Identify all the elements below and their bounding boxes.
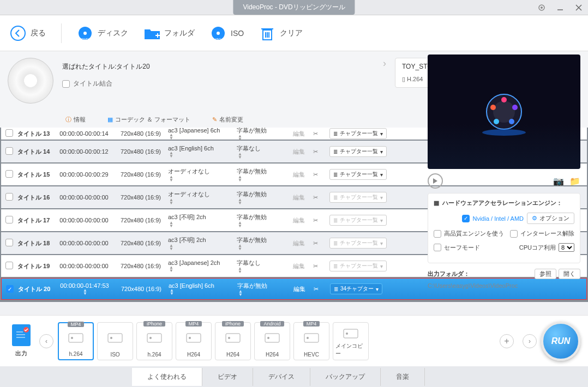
browse-button[interactable]: 参照 [535,269,556,279]
open-folder-icon[interactable]: 📁 [569,176,580,186]
iso-button[interactable]: ISO ISO [210,25,244,41]
svg-rect-42 [265,334,279,342]
open-button[interactable]: 開く [559,269,580,279]
scissors-icon[interactable]: ✂ [313,148,326,155]
chapter-button[interactable]: ≣ チャプター一覧 ▾ [329,146,387,157]
safemode-checkbox[interactable]: セーフモード [434,244,480,252]
title-checkbox[interactable] [5,239,13,246]
edit-button[interactable]: 編集 [288,130,310,138]
iso-icon: ISO [210,25,226,41]
title-checkbox[interactable] [5,193,13,201]
scissors-icon[interactable]: ✂ [313,130,326,137]
tab-popular[interactable]: よく使われる [132,368,202,386]
cpu-cores-select[interactable]: 8 [559,243,574,252]
title-checkbox[interactable] [5,262,13,269]
title-checkbox[interactable] [6,285,14,293]
scissors-icon[interactable]: ✂ [314,286,327,293]
audio-select[interactable]: ac3 [Japanese] 6ch ▲▼ [168,128,233,140]
tab-codec[interactable]: ▦ コーデック ＆ フォーマット [107,116,190,124]
preset-H264[interactable]: iPhoneH264 [215,322,251,360]
audio-select[interactable]: ac3 [不明] 2ch ▲▼ [168,213,233,228]
settings-icon[interactable] [532,0,551,15]
title-checkbox[interactable] [5,170,13,178]
edit-button[interactable]: 編集 [288,216,310,225]
run-button[interactable]: RUN [541,322,580,361]
play-button[interactable] [428,173,443,189]
hq-engine-checkbox[interactable]: 高品質エンジンを使う [434,229,504,238]
edit-button[interactable]: 編集 [288,171,310,179]
scissors-icon[interactable]: ✂ [313,263,326,270]
preset-H264[interactable]: MP4H264 [176,322,212,360]
chapter-button[interactable]: ≣ チャプター一覧 ▾ [329,128,387,139]
chapter-button[interactable]: ≣ 34チャプター ▾ [330,283,382,294]
audio-select[interactable]: ac3 [Japanese] 2ch ▲▼ [168,259,233,273]
subtitle-select[interactable]: 字幕が無効 ▲▼ [237,213,285,228]
preset-ISO[interactable]: ISO [97,322,133,360]
close-button[interactable] [569,0,588,15]
scissors-icon[interactable]: ✂ [313,240,326,247]
tab-device[interactable]: デバイス [253,368,310,386]
titlebar: VideoProc - DVDリッピングツール [0,0,588,15]
minimize-button[interactable] [551,0,569,15]
disc-button[interactable]: DVD ディスク [77,25,128,41]
tab-backup[interactable]: バックアップ [310,368,381,386]
title-resolution: 720x480 (16:9) [117,240,165,246]
snapshot-icon[interactable]: 📷 [553,176,564,186]
title-checkbox[interactable] [5,129,13,137]
svg-rect-36 [147,334,161,342]
deinterlace-checkbox[interactable]: インターレース解除 [510,229,574,238]
edit-button[interactable]: 編集 [288,194,310,202]
edit-button[interactable]: 編集 [288,239,310,247]
tab-music[interactable]: 音楽 [381,368,425,386]
preset-next-button[interactable]: › [523,334,537,348]
title-checkbox[interactable] [5,216,13,223]
scissors-icon[interactable]: ✂ [313,217,326,224]
hardware-accel-panel: ▦ハードウェアアクセラレーションエンジン： Nvidia / Intel / A… [428,193,580,263]
subtitle-select[interactable]: 字幕が無効 ▲▼ [237,190,285,205]
merge-titles-checkbox[interactable]: タイトル結合 [62,79,374,88]
audio-select[interactable]: オーディオなし ▲▼ [168,167,233,182]
edit-button[interactable]: 編集 [289,285,310,293]
title-name: タイトル 13 [17,130,51,138]
svg-point-25 [490,105,496,110]
hw-options-button[interactable]: ⚙オプション [527,213,574,224]
preset-HEVC[interactable]: MP4HEVC [293,322,329,360]
clear-button[interactable]: クリア [259,25,303,41]
subtitle-select[interactable]: 字幕が無効 ▲▼ [237,128,285,141]
folder-button[interactable]: フォルダ [143,25,195,41]
audio-select[interactable]: ac3 [English] 6ch ▲▼ [169,282,234,295]
tab-rename[interactable]: ✎ 名前変更 [212,116,243,124]
main-toolbar: 戻る DVD ディスク フォルダ ISO ISO クリア [0,15,588,51]
codec-label: ▯ H.264 [402,76,423,83]
title-name: タイトル 17 [17,216,51,225]
svg-point-1 [541,7,543,9]
preset-h.264[interactable]: MP4h.264 [58,322,94,360]
add-preset-button[interactable]: + [500,334,514,348]
subtitle-select[interactable]: 字幕なし ▲▼ [237,144,285,159]
edit-button[interactable]: 編集 [288,262,310,270]
subtitle-select[interactable]: 字幕が無効 ▲▼ [237,167,285,182]
edit-button[interactable]: 編集 [288,148,310,156]
tab-video[interactable]: ビデオ [202,368,253,386]
chapter-button[interactable]: ≣ チャプター一覧 ▾ [329,169,387,180]
title-checkbox[interactable] [5,147,13,155]
title-name: タイトル 15 [17,171,51,179]
back-button[interactable]: 戻る [10,25,46,41]
preset-h.264[interactable]: iPhoneh.264 [136,322,172,360]
audio-select[interactable]: ac3 [English] 6ch ▲▼ [168,145,233,158]
preset-H264[interactable]: AndroidH264 [254,322,290,360]
scissors-icon[interactable]: ✂ [313,194,326,201]
preset-メインコピー[interactable]: メインコピー [333,322,369,360]
output-folder-path: C:\Users\easyg\Videos\VideoProc [428,282,580,289]
tab-info[interactable]: ⓘ 情報 [65,116,86,124]
subtitle-select[interactable]: 字幕が無効 ▲▼ [237,282,285,297]
audio-select[interactable]: オーディオなし ▲▼ [168,190,233,205]
nvidia-checkbox[interactable]: Nvidia / Intel / AMD [462,215,524,222]
preset-prev-button[interactable]: ‹ [39,334,53,348]
title-resolution: 720x480 (16:9) [117,194,165,201]
subtitle-select[interactable]: 字幕なし ▲▼ [237,259,285,274]
subtitle-select[interactable]: 字幕が無効 ▲▼ [237,236,285,251]
audio-select[interactable]: ac3 [不明] 2ch ▲▼ [168,236,233,251]
output-preset-bar: 出力 ‹ MP4h.264ISOiPhoneh.264MP4H264iPhone… [0,315,588,366]
scissors-icon[interactable]: ✂ [313,171,326,178]
